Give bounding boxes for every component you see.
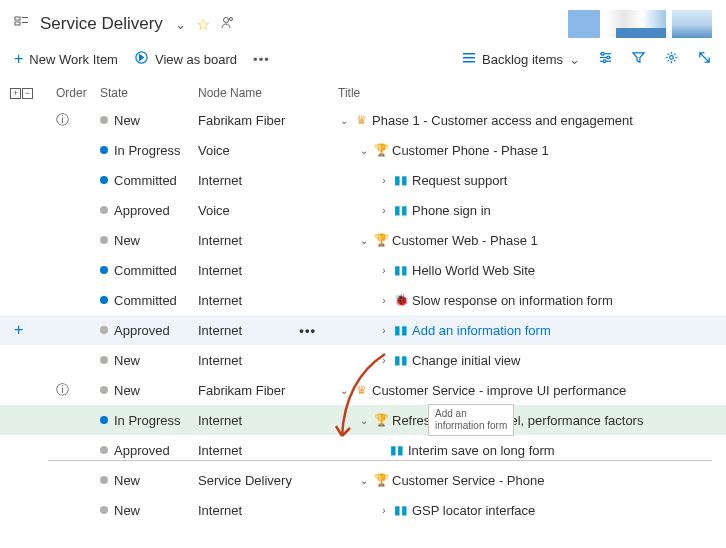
pbi-icon: ▮▮: [394, 203, 408, 217]
bug-icon: 🐞: [394, 293, 408, 307]
svg-point-14: [607, 56, 610, 59]
chevron-down-icon[interactable]: ⌄: [338, 115, 350, 126]
table-row[interactable]: New Internet ›▮▮Change initial view: [0, 345, 726, 375]
gear-icon[interactable]: [664, 50, 679, 68]
feature-icon: 🏆: [374, 233, 388, 247]
svg-point-4: [223, 17, 228, 22]
board-icon: [134, 50, 149, 68]
fullscreen-icon[interactable]: [697, 50, 712, 68]
table-row[interactable]: Approved Voice ›▮▮Phone sign in: [0, 195, 726, 225]
backlog-level-label: Backlog items: [482, 52, 563, 67]
chevron-down-icon[interactable]: ⌄: [358, 415, 370, 426]
svg-rect-0: [15, 17, 20, 20]
state-dot: [100, 116, 108, 124]
table-row[interactable]: + Approved Internet ••• ›▮▮Add an inform…: [0, 315, 726, 345]
new-work-item-label: New Work Item: [29, 52, 118, 67]
svg-rect-2: [22, 17, 28, 18]
chevron-down-icon[interactable]: ⌄: [338, 385, 350, 396]
state-dot: [100, 176, 108, 184]
drop-separator: [48, 460, 712, 461]
state-dot: [100, 446, 108, 454]
toolbar: + New Work Item View as board ••• Backlo…: [0, 42, 726, 82]
table-row[interactable]: New Service Delivery ⌄🏆Customer Service …: [0, 465, 726, 495]
state-dot: [100, 506, 108, 514]
backlog-level-icon: [462, 51, 476, 68]
pbi-icon: ▮▮: [394, 503, 408, 517]
people-icon[interactable]: [220, 15, 236, 34]
favorite-star-icon[interactable]: ☆: [196, 15, 210, 34]
pbi-icon: ▮▮: [394, 173, 408, 187]
table-header: + − Order State Node Name Title: [0, 82, 726, 105]
table-row[interactable]: In Progress Voice ⌄🏆Customer Phone - Pha…: [0, 135, 726, 165]
backlog-level-selector[interactable]: Backlog items ⌄: [462, 51, 580, 68]
chevron-right-icon[interactable]: ›: [378, 355, 390, 366]
chevron-right-icon[interactable]: ›: [378, 265, 390, 276]
view-as-board-button[interactable]: View as board: [134, 50, 237, 68]
table-row[interactable]: ⓘ New Fabrikam Fiber ⌄♛Customer Service …: [0, 375, 726, 405]
svg-rect-8: [463, 57, 475, 59]
feature-icon: 🏆: [374, 413, 388, 427]
info-icon[interactable]: ⓘ: [56, 381, 69, 399]
chevron-right-icon[interactable]: ›: [378, 325, 390, 336]
title-chevron-icon[interactable]: ⌄: [175, 17, 186, 32]
table-row[interactable]: Committed Internet ›▮▮Hello World Web Si…: [0, 255, 726, 285]
svg-point-16: [670, 56, 674, 60]
pbi-icon: ▮▮: [390, 443, 404, 457]
state-dot: [100, 386, 108, 394]
pbi-icon: ▮▮: [394, 353, 408, 367]
collapse-all-icon[interactable]: −: [22, 88, 33, 99]
col-order[interactable]: Order: [56, 86, 100, 100]
expand-collapse-all[interactable]: + −: [10, 88, 33, 99]
backlog-icon: [14, 15, 30, 34]
table-row[interactable]: In Progress Internet ⌄🏆Refresh web look,…: [0, 405, 726, 435]
state-dot: [100, 476, 108, 484]
chevron-down-icon[interactable]: ⌄: [358, 145, 370, 156]
info-icon[interactable]: ⓘ: [56, 111, 69, 129]
backlog-table: + − Order State Node Name Title ⓘ New Fa…: [0, 82, 726, 525]
epic-icon: ♛: [354, 383, 368, 397]
chevron-down-icon[interactable]: ⌄: [358, 235, 370, 246]
view-as-board-label: View as board: [155, 52, 237, 67]
pbi-icon: ▮▮: [394, 323, 408, 337]
table-row[interactable]: Committed Internet ›▮▮Request support: [0, 165, 726, 195]
chevron-down-icon[interactable]: ⌄: [358, 475, 370, 486]
col-node[interactable]: Node Name: [198, 86, 338, 100]
new-work-item-button[interactable]: + New Work Item: [14, 50, 118, 68]
page-title: Service Delivery: [40, 14, 163, 34]
table-row[interactable]: ⓘ New Fabrikam Fiber ⌄♛Phase 1 - Custome…: [0, 105, 726, 135]
svg-rect-7: [463, 53, 475, 55]
table-row[interactable]: New Internet ›▮▮GSP locator interface: [0, 495, 726, 525]
chevron-right-icon[interactable]: ›: [378, 205, 390, 216]
svg-point-5: [229, 17, 232, 20]
page-header: Service Delivery ⌄ ☆: [0, 0, 726, 42]
pbi-icon: ▮▮: [394, 263, 408, 277]
expand-all-icon[interactable]: +: [10, 88, 21, 99]
state-dot: [100, 326, 108, 334]
col-state[interactable]: State: [100, 86, 198, 100]
state-dot: [100, 206, 108, 214]
chevron-down-icon: ⌄: [569, 52, 580, 67]
table-row[interactable]: New Internet ⌄🏆Customer Web - Phase 1: [0, 225, 726, 255]
table-row[interactable]: Committed Internet ›🐞Slow response on in…: [0, 285, 726, 315]
svg-rect-3: [22, 22, 28, 23]
svg-point-13: [601, 52, 604, 55]
plus-icon: +: [14, 50, 23, 68]
settings-sliders-icon[interactable]: [598, 50, 613, 68]
add-child-button[interactable]: +: [14, 321, 23, 339]
filter-icon[interactable]: [631, 50, 646, 68]
chevron-right-icon[interactable]: ›: [378, 295, 390, 306]
svg-point-15: [603, 60, 606, 63]
state-dot: [100, 296, 108, 304]
state-dot: [100, 356, 108, 364]
row-more-actions[interactable]: •••: [299, 323, 316, 338]
svg-rect-1: [15, 22, 20, 25]
feature-icon: 🏆: [374, 473, 388, 487]
drag-tooltip: Add aninformation form: [428, 404, 514, 436]
brand-logo: [568, 10, 712, 38]
state-dot: [100, 266, 108, 274]
state-dot: [100, 416, 108, 424]
chevron-right-icon[interactable]: ›: [378, 175, 390, 186]
col-title[interactable]: Title: [338, 86, 716, 100]
more-actions-button[interactable]: •••: [253, 52, 270, 67]
chevron-right-icon[interactable]: ›: [378, 505, 390, 516]
